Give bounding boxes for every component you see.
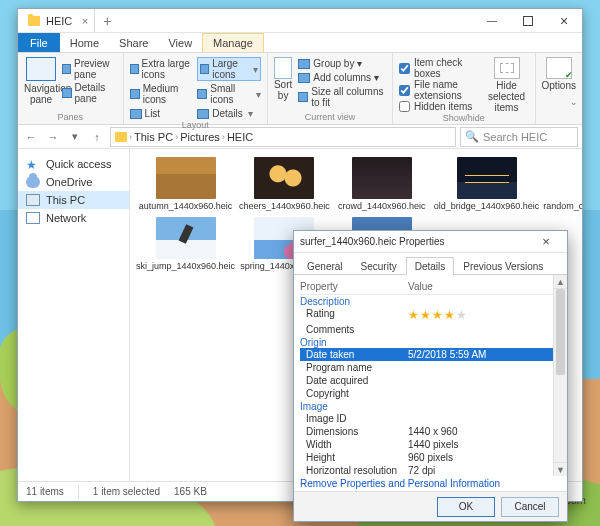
- prop-program-name[interactable]: Program name: [300, 361, 561, 374]
- tab-security[interactable]: Security: [352, 257, 406, 275]
- ribbon-collapse-icon[interactable]: ⌄: [570, 97, 578, 107]
- nav-sidebar: ★Quick access OneDrive This PC Network: [18, 149, 130, 481]
- layout-icon: [130, 109, 142, 119]
- chevron-right-icon: ›: [129, 132, 132, 142]
- file-item[interactable]: cheers_1440x960.heic: [239, 157, 330, 211]
- file-extensions-toggle[interactable]: File name extensions: [399, 79, 479, 101]
- sidebar-item-onedrive[interactable]: OneDrive: [18, 173, 129, 191]
- layout-large[interactable]: Large icons▾: [197, 57, 261, 81]
- window-close-button[interactable]: ×: [546, 9, 582, 32]
- window-maximize-button[interactable]: [510, 9, 546, 32]
- group-by-button[interactable]: Group by▾: [298, 57, 386, 70]
- breadcrumb-item[interactable]: This PC: [134, 131, 173, 143]
- dialog-close-button[interactable]: ×: [531, 234, 561, 249]
- hidden-items-toggle[interactable]: Hidden items: [399, 101, 479, 112]
- scroll-up-icon[interactable]: ▲: [554, 275, 567, 289]
- layout-extra-large[interactable]: Extra large icons: [130, 57, 194, 81]
- group-origin: Origin: [300, 336, 561, 348]
- navigation-pane-button[interactable]: Navigation pane: [24, 57, 58, 105]
- details-scrollbar[interactable]: ▲▼: [553, 275, 567, 476]
- prop-rating[interactable]: Rating★★★★★: [300, 307, 561, 323]
- tab-close-icon[interactable]: ×: [82, 15, 88, 27]
- chevron-down-icon: ▾: [374, 72, 379, 83]
- cloud-icon: [26, 176, 40, 188]
- options-icon: [546, 57, 572, 79]
- hide-selected-button[interactable]: Hide selected items: [485, 57, 529, 113]
- scroll-thumb[interactable]: [556, 289, 565, 375]
- layout-icon: [200, 64, 209, 74]
- breadcrumb-item[interactable]: Pictures: [180, 131, 220, 143]
- add-columns-button[interactable]: Add columns▾: [298, 71, 386, 84]
- layout-details[interactable]: Details▾: [197, 107, 261, 120]
- sidebar-item-network[interactable]: Network: [18, 209, 129, 227]
- nav-history-button[interactable]: ▾: [66, 128, 84, 146]
- folder-icon: [115, 132, 127, 142]
- item-checkboxes-toggle[interactable]: Item check boxes: [399, 57, 479, 79]
- layout-icon: [130, 64, 139, 74]
- remove-properties-link[interactable]: Remove Properties and Personal Informati…: [294, 476, 567, 491]
- tab-view[interactable]: View: [158, 33, 202, 52]
- file-item[interactable]: old_bridge_1440x960.heic: [434, 157, 540, 211]
- window-titlebar[interactable]: HEIC × + — ×: [18, 9, 582, 33]
- status-item-count: 11 items: [26, 486, 64, 497]
- prop-comments[interactable]: Comments: [300, 323, 561, 336]
- file-name: autumn_1440x960.heic: [136, 202, 235, 211]
- nav-forward-button[interactable]: →: [44, 128, 62, 146]
- dialog-titlebar[interactable]: surfer_1440x960.heic Properties ×: [294, 231, 567, 253]
- tab-details[interactable]: Details: [406, 257, 455, 275]
- chevron-down-icon: ▾: [357, 58, 362, 69]
- tab-manage[interactable]: Manage: [202, 33, 264, 52]
- ok-button[interactable]: OK: [437, 497, 495, 517]
- prop-height[interactable]: Height960 pixels: [300, 451, 561, 464]
- cancel-button[interactable]: Cancel: [501, 497, 559, 517]
- chevron-down-icon: ▾: [248, 108, 253, 119]
- tab-previous-versions[interactable]: Previous Versions: [454, 257, 552, 275]
- file-item[interactable]: random_collection_1440x960.heic: [543, 157, 582, 211]
- details-pane-button[interactable]: Details pane: [62, 81, 117, 105]
- layout-medium[interactable]: Medium icons: [130, 82, 194, 106]
- file-name: random_collection_1440x960.heic: [543, 202, 582, 211]
- prop-copyright[interactable]: Copyright: [300, 387, 561, 400]
- prop-date-taken[interactable]: Date taken5/2/2018 5:59 AM: [300, 348, 561, 361]
- folder-icon: [28, 16, 40, 26]
- file-item[interactable]: ski_jump_1440x960.heic: [136, 217, 235, 271]
- dialog-tabs: General Security Details Previous Versio…: [294, 253, 567, 275]
- tab-share[interactable]: Share: [109, 33, 158, 52]
- file-item[interactable]: crowd_1440x960.heic: [334, 157, 430, 211]
- breadcrumb-item[interactable]: HEIC: [227, 131, 253, 143]
- options-button[interactable]: Options: [542, 57, 576, 91]
- tab-general[interactable]: General: [298, 257, 352, 275]
- tab-home[interactable]: Home: [60, 33, 109, 52]
- layout-list[interactable]: List: [130, 107, 194, 120]
- prop-width[interactable]: Width1440 pixels: [300, 438, 561, 451]
- preview-pane-button[interactable]: Preview pane: [62, 57, 117, 81]
- search-input[interactable]: 🔍 Search HEIC: [460, 127, 578, 147]
- nav-up-button[interactable]: ↑: [88, 128, 106, 146]
- tab-file[interactable]: File: [18, 33, 60, 52]
- sidebar-item-quick-access[interactable]: ★Quick access: [18, 155, 129, 173]
- nav-back-button[interactable]: ←: [22, 128, 40, 146]
- rating-stars[interactable]: ★★★★★: [408, 308, 561, 322]
- prop-image-id[interactable]: Image ID: [300, 412, 561, 425]
- hide-icon: [494, 57, 520, 79]
- group-image: Image: [300, 400, 561, 412]
- new-tab-button[interactable]: +: [95, 9, 119, 32]
- window-tab[interactable]: HEIC ×: [18, 9, 95, 32]
- layout-small[interactable]: Small icons▾: [197, 82, 261, 106]
- search-icon: 🔍: [465, 130, 479, 143]
- sort-by-button[interactable]: Sort by: [274, 57, 292, 109]
- prop-dimensions[interactable]: Dimensions1440 x 960: [300, 425, 561, 438]
- file-item[interactable]: autumn_1440x960.heic: [136, 157, 235, 211]
- layout-icon: [197, 109, 209, 119]
- layout-icon: [130, 89, 140, 99]
- file-name: crowd_1440x960.heic: [334, 202, 430, 211]
- sidebar-item-this-pc[interactable]: This PC: [18, 191, 129, 209]
- sort-icon: [274, 57, 292, 79]
- ribbon-group-options: Options: [536, 53, 582, 124]
- prop-date-acquired[interactable]: Date acquired: [300, 374, 561, 387]
- prop-hres[interactable]: Horizontal resolution72 dpi: [300, 464, 561, 476]
- scroll-down-icon[interactable]: ▼: [554, 462, 567, 476]
- window-minimize-button[interactable]: —: [474, 9, 510, 32]
- dialog-title: surfer_1440x960.heic Properties: [300, 236, 445, 247]
- size-all-columns-button[interactable]: Size all columns to fit: [298, 85, 386, 109]
